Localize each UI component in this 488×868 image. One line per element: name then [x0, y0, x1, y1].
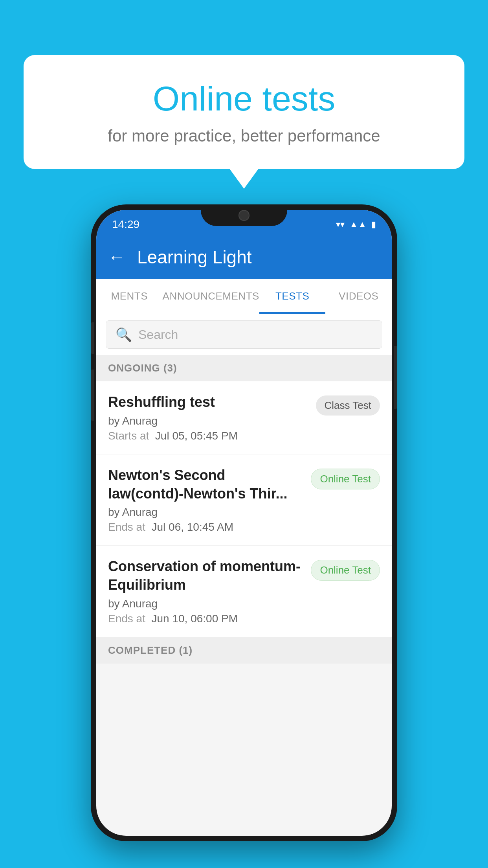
- tab-videos[interactable]: VIDEOS: [325, 279, 392, 314]
- test-name-3: Conservation of momentum-Equilibrium: [108, 557, 303, 594]
- test-author-2: by Anurag: [108, 506, 303, 519]
- battery-icon: ▮: [371, 219, 376, 230]
- search-bar[interactable]: 🔍 Search: [106, 320, 382, 349]
- tab-bar: MENTS ANNOUNCEMENTS TESTS VIDEOS: [96, 279, 392, 314]
- test-author-1: by Anurag: [108, 415, 308, 427]
- bubble-subtitle: for more practice, better performance: [55, 127, 433, 145]
- test-info-3: Conservation of momentum-Equilibrium by …: [108, 557, 311, 625]
- phone-notch: [201, 204, 287, 226]
- test-time-label-1: Starts at: [108, 430, 149, 442]
- signal-icon: ▲▲: [349, 219, 367, 230]
- test-item-3[interactable]: Conservation of momentum-Equilibrium by …: [96, 546, 392, 637]
- test-time-2: Ends at Jul 06, 10:45 AM: [108, 521, 303, 533]
- test-item-2[interactable]: Newton's Second law(contd)-Newton's Thir…: [96, 454, 392, 546]
- ongoing-section-header: ONGOING (3): [96, 355, 392, 381]
- test-time-3: Ends at Jun 10, 06:00 PM: [108, 612, 303, 625]
- test-info-1: Reshuffling test by Anurag Starts at Jul…: [108, 393, 316, 442]
- test-time-label-2: Ends at: [108, 521, 145, 533]
- test-badge-2: Online Test: [311, 469, 380, 489]
- bubble-title: Online tests: [55, 79, 433, 119]
- test-item-1[interactable]: Reshuffling test by Anurag Starts at Jul…: [96, 381, 392, 454]
- test-list: Reshuffling test by Anurag Starts at Jul…: [96, 381, 392, 637]
- status-icons: ▾▾ ▲▲ ▮: [336, 219, 376, 230]
- volume-up-button: [91, 370, 94, 421]
- app-bar-title: Learning Light: [137, 246, 252, 268]
- search-icon: 🔍: [116, 327, 132, 342]
- tab-tests[interactable]: TESTS: [259, 279, 326, 314]
- test-time-label-3: Ends at: [108, 612, 145, 625]
- phone-frame: 14:29 ▾▾ ▲▲ ▮ ← Learning Light MENTS ANN…: [91, 204, 397, 841]
- test-info-2: Newton's Second law(contd)-Newton's Thir…: [108, 466, 311, 534]
- test-name-2: Newton's Second law(contd)-Newton's Thir…: [108, 466, 303, 503]
- search-container: 🔍 Search: [96, 314, 392, 355]
- search-placeholder: Search: [138, 327, 178, 342]
- test-name-1: Reshuffling test: [108, 393, 308, 412]
- wifi-icon: ▾▾: [336, 219, 345, 230]
- volume-down-button: [91, 322, 94, 354]
- phone-screen: 14:29 ▾▾ ▲▲ ▮ ← Learning Light MENTS ANN…: [96, 210, 392, 836]
- test-author-3: by Anurag: [108, 598, 303, 610]
- power-button: [394, 346, 397, 409]
- promo-bubble: Online tests for more practice, better p…: [24, 55, 464, 169]
- app-bar: ← Learning Light: [96, 235, 392, 279]
- tab-ments[interactable]: MENTS: [96, 279, 163, 314]
- test-badge-1: Class Test: [316, 395, 380, 416]
- test-badge-3: Online Test: [311, 560, 380, 581]
- front-camera: [238, 210, 250, 221]
- back-button[interactable]: ←: [108, 247, 125, 267]
- tab-announcements[interactable]: ANNOUNCEMENTS: [163, 279, 259, 314]
- completed-section-header: COMPLETED (1): [96, 637, 392, 664]
- test-time-1: Starts at Jul 05, 05:45 PM: [108, 430, 308, 442]
- status-time: 14:29: [112, 218, 139, 231]
